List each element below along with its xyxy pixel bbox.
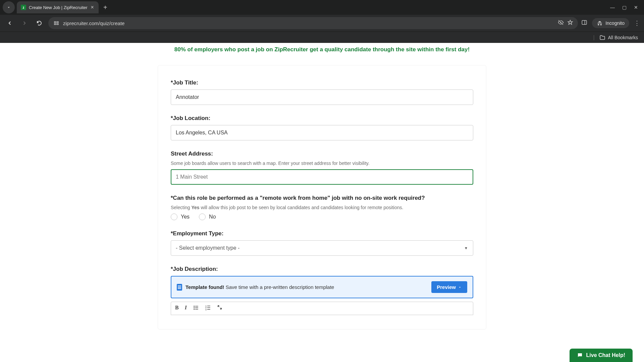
label-remote: *Can this role be performed as a "remote… bbox=[171, 195, 473, 201]
label-job-location: *Job Location: bbox=[171, 115, 473, 122]
browser-titlebar: z Create New Job | ZipRecruiter × + — ▢ … bbox=[0, 0, 644, 15]
svg-rect-0 bbox=[54, 22, 56, 23]
editor-toolbar: B I 123 bbox=[171, 302, 473, 315]
maximize-icon[interactable]: ▢ bbox=[622, 5, 627, 10]
expand-icon[interactable] bbox=[217, 305, 222, 312]
close-tab-icon[interactable]: × bbox=[90, 4, 95, 11]
field-job-location: *Job Location: bbox=[171, 115, 473, 140]
field-remote: *Can this role be performed as a "remote… bbox=[171, 195, 473, 220]
new-tab-button[interactable]: + bbox=[99, 4, 112, 11]
eye-off-icon[interactable] bbox=[558, 19, 564, 27]
svg-rect-9 bbox=[195, 307, 198, 308]
template-found-banner: Template found! Save time with a pre-wri… bbox=[171, 276, 473, 298]
job-title-input[interactable] bbox=[171, 89, 473, 105]
close-window-icon[interactable]: ✕ bbox=[634, 5, 638, 10]
field-street-address: Street Address: Some job boards allow us… bbox=[171, 150, 473, 185]
svg-rect-2 bbox=[54, 24, 56, 25]
page-viewport[interactable]: 80% of employers who post a job on ZipRe… bbox=[0, 43, 644, 362]
browser-menu-icon[interactable]: ⋮ bbox=[634, 19, 640, 27]
incognito-label: Incognito bbox=[605, 20, 625, 26]
bookmark-star-icon[interactable] bbox=[567, 19, 573, 27]
svg-rect-4 bbox=[582, 20, 587, 24]
minimize-icon[interactable]: — bbox=[610, 5, 615, 10]
all-bookmarks-label: All Bookmarks bbox=[608, 35, 638, 40]
bullet-list-icon[interactable] bbox=[193, 305, 199, 312]
forward-button[interactable] bbox=[19, 17, 30, 29]
tab-search-button[interactable] bbox=[3, 1, 15, 13]
chat-icon bbox=[577, 352, 583, 358]
bold-icon[interactable]: B bbox=[175, 305, 179, 312]
svg-rect-7 bbox=[195, 306, 198, 307]
browser-tab[interactable]: z Create New Job | ZipRecruiter × bbox=[17, 1, 99, 13]
chevron-down-icon bbox=[458, 285, 462, 289]
window-controls: — ▢ ✕ bbox=[610, 5, 641, 10]
svg-rect-17 bbox=[207, 309, 210, 310]
bookmarks-bar: | All Bookmarks bbox=[0, 32, 644, 43]
side-panel-icon[interactable] bbox=[581, 19, 587, 27]
field-employment-type: *Employment Type: bbox=[171, 230, 473, 256]
job-location-input[interactable] bbox=[171, 125, 473, 140]
label-job-description: *Job Description: bbox=[171, 266, 473, 273]
incognito-indicator[interactable]: Incognito bbox=[592, 18, 629, 28]
radio-circle-icon bbox=[171, 214, 177, 220]
preview-label: Preview bbox=[437, 284, 456, 290]
job-form: *Job Title: *Job Location: Street Addres… bbox=[158, 65, 486, 329]
svg-text:3: 3 bbox=[205, 309, 206, 311]
svg-point-8 bbox=[194, 307, 195, 308]
live-chat-button[interactable]: Live Chat Help! bbox=[570, 349, 633, 362]
template-rest: Save time with a pre-written description… bbox=[224, 284, 334, 290]
svg-rect-3 bbox=[57, 24, 59, 25]
promo-banner: 80% of employers who post a job on ZipRe… bbox=[0, 43, 644, 58]
svg-point-10 bbox=[194, 309, 195, 310]
radio-no-label: No bbox=[209, 214, 216, 220]
address-bar[interactable]: ziprecruiter.com/quiz/create bbox=[48, 17, 578, 29]
all-bookmarks-button[interactable]: All Bookmarks bbox=[599, 35, 638, 41]
radio-circle-icon bbox=[199, 214, 206, 220]
svg-rect-13 bbox=[207, 306, 210, 306]
employment-type-select[interactable] bbox=[171, 240, 473, 256]
label-employment-type: *Employment Type: bbox=[171, 230, 473, 237]
svg-point-6 bbox=[194, 306, 195, 307]
field-job-title: *Job Title: bbox=[171, 79, 473, 105]
help-remote: Selecting Yes will allow this job post t… bbox=[171, 205, 473, 210]
preview-button[interactable]: Preview bbox=[431, 281, 467, 293]
back-button[interactable] bbox=[4, 17, 15, 29]
italic-icon[interactable]: I bbox=[185, 305, 187, 312]
label-job-title: *Job Title: bbox=[171, 79, 473, 86]
template-strong: Template found! bbox=[185, 284, 224, 290]
url-text: ziprecruiter.com/quiz/create bbox=[63, 20, 554, 26]
template-text: Template found! Save time with a pre-wri… bbox=[185, 284, 428, 290]
help-street-address: Some job boards allow users to search wi… bbox=[171, 161, 473, 166]
svg-rect-1 bbox=[57, 22, 59, 23]
svg-rect-15 bbox=[207, 307, 210, 308]
help-remote-prefix: Selecting bbox=[171, 205, 191, 210]
radio-remote-yes[interactable]: Yes bbox=[171, 214, 190, 220]
tab-title: Create New Job | ZipRecruiter bbox=[29, 5, 88, 10]
site-controls-icon[interactable] bbox=[53, 20, 60, 26]
street-address-input[interactable] bbox=[171, 169, 473, 185]
browser-toolbar: ziprecruiter.com/quiz/create Incognito ⋮ bbox=[0, 15, 644, 32]
radio-yes-label: Yes bbox=[181, 214, 190, 220]
field-job-description: *Job Description: Template found! Save t… bbox=[171, 266, 473, 315]
label-street-address: Street Address: bbox=[171, 150, 473, 157]
document-icon bbox=[177, 284, 182, 291]
live-chat-label: Live Chat Help! bbox=[586, 352, 625, 358]
favicon-icon: z bbox=[21, 5, 26, 10]
radio-remote-no[interactable]: No bbox=[199, 214, 216, 220]
numbered-list-icon[interactable]: 123 bbox=[205, 305, 211, 312]
reload-button[interactable] bbox=[34, 17, 45, 29]
svg-rect-11 bbox=[195, 309, 198, 310]
help-remote-bold: Yes bbox=[191, 205, 199, 210]
help-remote-suffix: will allow this job post to be seen by l… bbox=[200, 205, 404, 210]
